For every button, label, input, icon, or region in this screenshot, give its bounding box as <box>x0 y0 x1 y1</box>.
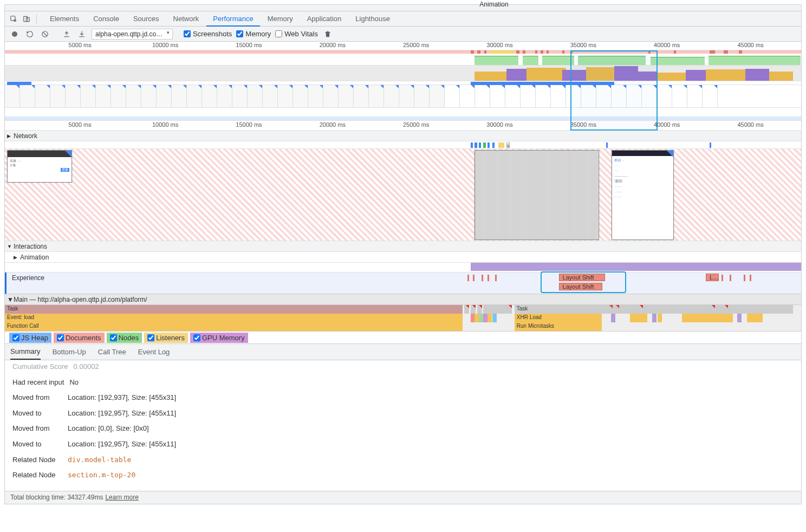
inspect-icon[interactable] <box>7 12 20 25</box>
flame-task-2[interactable]: Task <box>515 305 794 314</box>
moved-from-1-label: Moved from <box>12 390 62 406</box>
screenshot-thumb-mid[interactable] <box>474 150 599 240</box>
gpu-label: GPU Memory <box>202 334 245 342</box>
browser-chrome-strip <box>5 5 801 11</box>
moved-from-2-value: Location: [0,0], Size: [0x0] <box>68 421 149 437</box>
moved-to-1-label: Moved to <box>12 406 62 421</box>
ruler-tick: 10000 ms <box>152 121 178 128</box>
ruler-tick: 40000 ms <box>654 42 680 48</box>
load-profile-button[interactable] <box>61 29 72 40</box>
detail-tabs: Summary Bottom-Up Call Tree Event Log <box>5 344 801 360</box>
subtab-calltree[interactable]: Call Tree <box>98 345 126 359</box>
documents-checkbox[interactable]: Documents <box>54 333 105 343</box>
delete-icon[interactable] <box>322 29 333 40</box>
interactions-label: Interactions <box>14 243 47 250</box>
ruler-tick: 45000 ms <box>737 121 763 128</box>
ruler-tick: 5000 ms <box>69 121 92 128</box>
jsheap-checkbox[interactable]: JS Heap <box>9 333 51 343</box>
gpu-checkbox[interactable]: GPU Memory <box>190 333 248 343</box>
tab-lighthouse[interactable]: Lighthouse <box>349 11 396 26</box>
ruler-tick: 20000 ms <box>320 121 346 128</box>
perf-toolbar: alpha-open.qttp.jd.co… Screenshots Memor… <box>5 27 801 42</box>
timeline-overview[interactable]: 5000 ms 10000 ms 15000 ms 20000 ms 25000… <box>5 42 801 131</box>
interactions-head[interactable]: ▼ Interactions Animation <box>5 241 801 252</box>
tab-sources[interactable]: Sources <box>127 11 166 26</box>
webvitals-checkbox[interactable]: Web Vitals <box>275 30 318 38</box>
ruler-tick: 25000 ms <box>403 121 429 128</box>
overview-ruler: 5000 ms 10000 ms 15000 ms 20000 ms 25000… <box>5 42 801 50</box>
flame-xhr-load[interactable]: XHR Load <box>515 314 602 322</box>
flame-chart[interactable]: Task Task Event: load XHR Load <box>5 305 801 331</box>
jsheap-label: JS Heap <box>21 334 48 342</box>
documents-label: Documents <box>66 334 101 342</box>
moved-from-2-label: Moved from <box>12 421 62 437</box>
record-button[interactable] <box>9 29 20 40</box>
ruler-tick: 25000 ms <box>403 42 429 48</box>
chevron-right-icon[interactable]: ▶ <box>14 255 20 260</box>
device-toggle-icon[interactable] <box>20 12 33 25</box>
listeners-label: Listeners <box>156 334 185 342</box>
flame-func-call[interactable]: Function Call <box>5 322 463 331</box>
status-footer: Total blocking time: 34327.49ms Learn mo… <box>5 491 801 504</box>
tab-performance[interactable]: Performance <box>206 11 259 26</box>
main-head[interactable]: ▼ Main — http://alpha-open.qttp.jd.com/p… <box>5 294 801 305</box>
memory-label: Memory <box>245 30 271 38</box>
layout-shift-badge-3[interactable]: L… <box>706 274 719 281</box>
flame-event-load[interactable]: Event: load <box>5 314 463 322</box>
moved-from-1-value: Location: [192,937], Size: [455x31] <box>68 390 176 406</box>
subtab-bottomup[interactable]: Bottom-Up <box>53 345 86 359</box>
tab-memory[interactable]: Memory <box>261 11 300 26</box>
learn-more-link[interactable]: Learn more <box>105 494 138 501</box>
profile-select-value: alpha-open.qttp.jd.co… <box>95 30 162 38</box>
flame-run-micro[interactable]: Run Microtasks <box>515 322 602 331</box>
panel-tabs: Elements Console Sources Network Perform… <box>43 11 396 26</box>
moved-to-2-label: Moved to <box>12 437 62 452</box>
screenshots-label: Screenshots <box>193 30 232 38</box>
network-mini: q <box>5 141 801 149</box>
screenshots-checkbox[interactable]: Screenshots <box>184 30 232 38</box>
memory-checkbox[interactable]: Memory <box>236 30 271 38</box>
nodes-label: Nodes <box>119 334 139 342</box>
screenshot-thumb-right[interactable]: 查询 ···········————提交····················… <box>612 150 674 240</box>
tab-elements[interactable]: Elements <box>43 11 86 26</box>
flame-task-1[interactable]: Task <box>5 305 463 314</box>
summary-pane: Cumulative Score0.00002 Had recent input… <box>5 360 801 491</box>
recent-input-label: Had recent input <box>12 375 64 391</box>
ruler-tick: 20000 ms <box>320 42 346 48</box>
blocking-time-text: Total blocking time: 34327.49ms <box>10 494 103 501</box>
ruler-tick: 15000 ms <box>236 42 262 48</box>
chevron-down-icon[interactable]: ▼ <box>7 296 14 303</box>
reload-record-button[interactable] <box>24 29 35 40</box>
tab-application[interactable]: Application <box>301 11 348 26</box>
listeners-checkbox[interactable]: Listeners <box>144 333 188 343</box>
save-profile-button[interactable] <box>76 29 87 40</box>
devtools-tabs-row: Elements Console Sources Network Perform… <box>5 11 801 27</box>
webvitals-label: Web Vitals <box>284 30 318 38</box>
cum-value: 0.00002 <box>74 359 99 375</box>
chevron-down-icon[interactable]: ▼ <box>7 244 14 249</box>
tab-console[interactable]: Console <box>87 11 126 26</box>
ruler-tick: 30000 ms <box>486 42 512 48</box>
experience-row: Experience Layout Shift Layout Shift L… <box>5 273 801 294</box>
screenshot-thumb-left[interactable]: 表单 ····2 项搜索 <box>7 150 72 183</box>
subtab-summary[interactable]: Summary <box>10 344 41 360</box>
main-label: Main — http://alpha-open.qttp.jd.com/pla… <box>14 296 147 303</box>
animation-head[interactable]: ▶ Animation <box>5 252 801 263</box>
profile-select[interactable]: alpha-open.qttp.jd.co… <box>92 29 173 40</box>
tab-network[interactable]: Network <box>167 11 206 26</box>
related-node-2-value[interactable]: section.m-top-20 <box>68 468 135 483</box>
chevron-right-icon[interactable]: ▶ <box>7 133 14 139</box>
nodes-checkbox[interactable]: Nodes <box>107 333 142 343</box>
experience-label: Experience <box>6 273 50 294</box>
ruler-tick: 45000 ms <box>737 42 763 48</box>
devtools-window: Elements Console Sources Network Perform… <box>4 4 802 504</box>
network-section-head[interactable]: ▶ Network <box>5 131 801 141</box>
related-node-1-value[interactable]: div.model-table <box>68 452 131 468</box>
clear-button[interactable] <box>40 29 50 40</box>
heap-strip <box>5 66 801 81</box>
subtab-eventlog[interactable]: Event Log <box>138 345 170 359</box>
memory-legend: JS Heap Documents Nodes Listeners GPU Me… <box>5 331 801 344</box>
ruler-tick: 35000 ms <box>570 121 596 128</box>
network-label: Network <box>14 132 37 140</box>
net-strip <box>5 81 801 85</box>
